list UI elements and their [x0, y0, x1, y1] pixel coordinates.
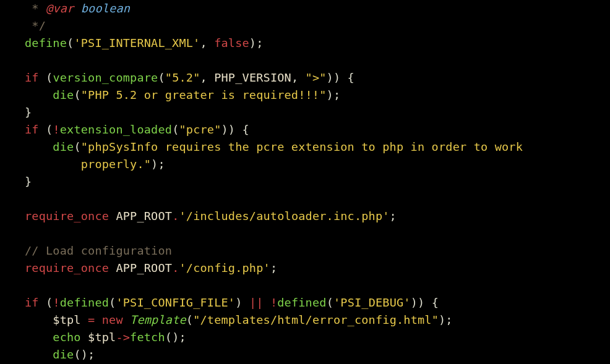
docblock-line: * @var boolean [25, 2, 130, 15]
code-line: } [25, 106, 32, 119]
code-line: if (version_compare("5.2", PHP_VERSION, … [25, 71, 354, 84]
comment-line: // Load configuration [25, 244, 172, 257]
code-line: $tpl = new Template("/templates/html/err… [25, 313, 453, 326]
code-line: die("phpSysInfo requires the pcre extens… [25, 140, 523, 153]
code-line: define('PSI_INTERNAL_XML', false); [25, 36, 264, 49]
code-line: require_once APP_ROOT.'/includes/autoloa… [25, 210, 397, 222]
code-editor[interactable]: * @var boolean */ define('PSI_INTERNAL_X… [0, 0, 610, 363]
code-line: if (!defined('PSI_CONFIG_FILE') || !defi… [25, 296, 439, 309]
code-line: } [25, 175, 32, 188]
docblock-end: */ [25, 19, 46, 32]
code-line: properly."); [25, 158, 165, 171]
code-line: echo $tpl->fetch(); [25, 331, 186, 344]
code-line: if (!extension_loaded("pcre")) { [25, 123, 249, 136]
code-line: die(); [25, 348, 95, 361]
code-line: die("PHP 5.2 or greater is required!!!")… [25, 88, 340, 101]
code-line: require_once APP_ROOT.'/config.php'; [25, 261, 277, 274]
